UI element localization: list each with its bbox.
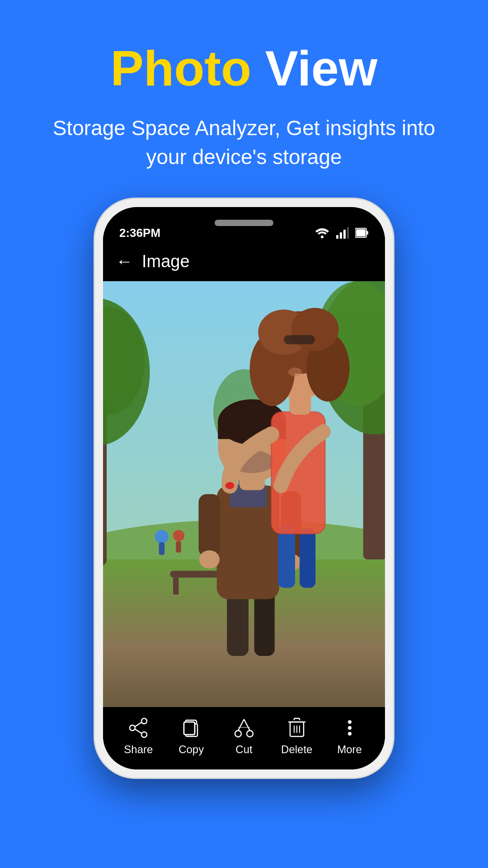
svg-point-55 <box>291 308 339 351</box>
action-share[interactable]: Share <box>116 717 161 756</box>
title-view: View <box>265 40 378 96</box>
svg-rect-7 <box>356 229 366 236</box>
svg-rect-28 <box>176 541 181 552</box>
more-icon <box>339 717 361 739</box>
subtitle: Storage Space Analyzer, Get insights int… <box>0 113 488 172</box>
svg-point-56 <box>288 368 302 377</box>
svg-point-61 <box>130 725 135 731</box>
svg-rect-2 <box>340 232 342 239</box>
app-title: Photo View <box>111 41 378 95</box>
header-section: Photo View Storage Space Analyzer, Get i… <box>0 0 488 199</box>
svg-point-67 <box>235 731 241 737</box>
phone-wrapper: 2:36PM <box>0 199 488 868</box>
cut-label: Cut <box>235 743 252 756</box>
wifi-icon <box>314 227 330 239</box>
svg-rect-30 <box>173 577 179 594</box>
svg-point-77 <box>348 720 352 724</box>
share-label: Share <box>124 743 153 756</box>
svg-line-69 <box>238 719 244 731</box>
svg-point-25 <box>155 530 169 543</box>
svg-point-59 <box>141 718 147 724</box>
svg-point-0 <box>321 236 324 238</box>
svg-point-58 <box>225 482 235 489</box>
svg-rect-33 <box>254 590 275 656</box>
more-label: More <box>337 743 362 756</box>
app-bar-title: Image <box>142 252 190 271</box>
svg-line-62 <box>135 722 141 726</box>
back-button[interactable]: ← <box>116 253 133 270</box>
park-scene <box>103 281 385 707</box>
svg-rect-65 <box>184 722 195 735</box>
svg-point-68 <box>247 731 253 737</box>
svg-point-60 <box>141 732 147 737</box>
status-time: 2:36PM <box>119 226 160 240</box>
svg-point-38 <box>199 550 220 568</box>
action-bar: Share Copy <box>103 707 385 769</box>
app-bar: ← Image <box>103 244 385 281</box>
svg-rect-1 <box>336 235 338 239</box>
action-copy[interactable]: Copy <box>169 717 214 756</box>
svg-rect-6 <box>366 231 368 235</box>
photo-area <box>103 281 385 707</box>
phone-mockup: 2:36PM <box>95 199 393 778</box>
action-cut[interactable]: Cut <box>221 717 267 756</box>
svg-rect-36 <box>199 494 221 557</box>
svg-point-79 <box>348 732 352 736</box>
battery-icon <box>355 227 369 238</box>
copy-label: Copy <box>178 743 204 756</box>
svg-rect-46 <box>300 528 315 588</box>
svg-rect-3 <box>343 230 346 239</box>
title-photo: Photo <box>111 40 252 96</box>
svg-rect-45 <box>278 525 295 588</box>
svg-rect-4 <box>347 227 349 239</box>
action-more[interactable]: More <box>327 717 372 756</box>
svg-rect-57 <box>284 335 315 344</box>
svg-rect-26 <box>159 542 165 555</box>
phone-earpiece <box>215 220 273 226</box>
phone-screen: 2:36PM <box>103 207 385 769</box>
cut-icon <box>233 717 255 739</box>
action-delete[interactable]: Delete <box>274 717 319 756</box>
svg-line-63 <box>135 729 141 733</box>
svg-line-70 <box>244 719 250 731</box>
svg-point-78 <box>348 726 352 730</box>
delete-icon <box>286 717 308 739</box>
copy-icon <box>180 717 202 739</box>
signal-icon <box>336 227 349 239</box>
status-icons <box>314 227 369 239</box>
share-icon <box>127 717 149 739</box>
delete-label: Delete <box>281 743 312 756</box>
svg-point-27 <box>173 530 184 541</box>
